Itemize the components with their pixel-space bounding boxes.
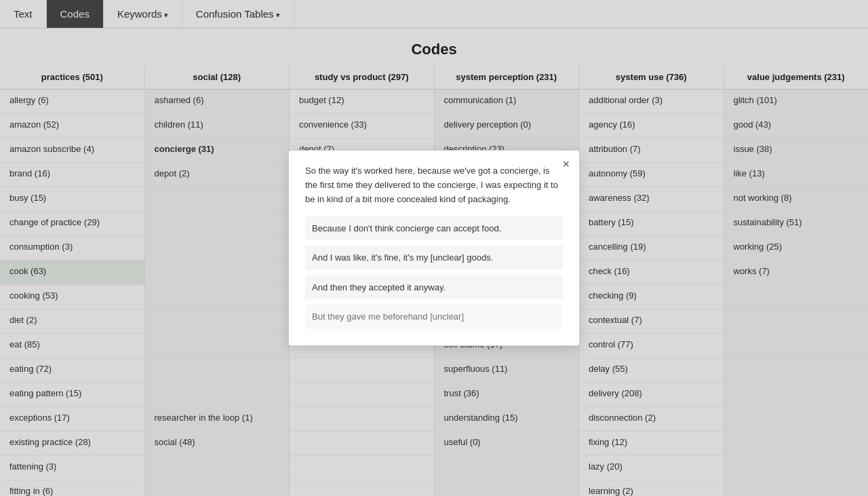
modal-segment-1: And I was like, it's fine, it's my [uncl… xyxy=(305,246,563,270)
modal-dialog: × So the way it's worked here, because w… xyxy=(288,150,580,345)
modal-segment-0: Because I don't think concierge can acce… xyxy=(305,216,563,241)
modal-segment-2: And then they accepted it anyway. xyxy=(305,275,563,300)
modal-close-button[interactable]: × xyxy=(562,157,570,172)
modal-overlay[interactable]: × So the way it's worked here, because w… xyxy=(0,0,868,496)
modal-segment-3: But they gave me beforehand [unclear] xyxy=(305,305,563,329)
modal-intro-text: So the way it's worked here, because we'… xyxy=(305,164,563,206)
